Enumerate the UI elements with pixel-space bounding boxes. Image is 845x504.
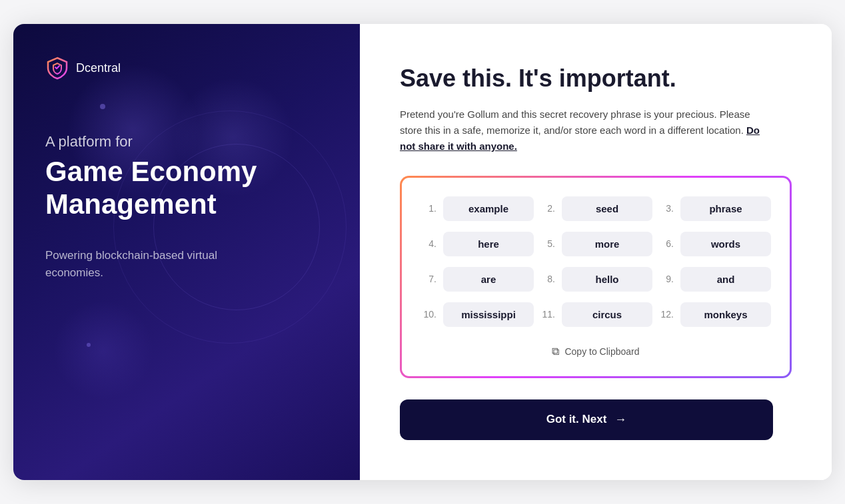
app-container: Dcentral A platform for Game Economy Man… [13,24,832,479]
seed-word: mississippi [443,302,534,327]
seed-number: 11. [539,309,555,320]
seed-word: hello [562,267,652,292]
seed-number: 8. [539,274,555,284]
seed-item: 4. here [421,232,534,256]
seed-item: 7. are [421,267,534,292]
seed-item: 2. seed [539,196,652,221]
seed-item: 10. mississippi [421,302,534,327]
seed-number: 6. [658,238,674,249]
logo-text: Dcentral [76,61,121,75]
tagline-sub: Powering blockchain-based virtual econom… [45,247,259,281]
seed-item: 11. circus [539,302,652,327]
seed-number: 1. [421,203,436,214]
left-content: A platform for Game Economy Management P… [45,133,328,281]
description: Pretend you're Gollum and this secret re… [400,107,773,154]
seed-number: 12. [658,309,674,320]
seed-item: 8. hello [539,267,652,292]
seed-number: 4. [421,238,436,249]
seed-number: 10. [421,309,436,320]
seed-word: words [680,232,771,256]
left-panel: Dcentral A platform for Game Economy Man… [13,24,360,479]
seed-item: 6. words [658,232,771,256]
seed-word: example [443,196,534,221]
seed-number: 7. [421,274,436,284]
seed-word: monkeys [680,302,771,327]
tagline-small: A platform for [45,133,328,150]
arrow-right-icon: → [614,413,626,427]
right-panel: Save this. It's important. Pretend you'r… [360,24,832,479]
copy-to-clipboard-button[interactable]: ⧉ Copy to Clipboard [421,340,771,363]
description-text: Pretend you're Gollum and this secret re… [400,109,750,136]
seed-number: 9. [658,274,674,284]
copy-icon: ⧉ [552,346,559,358]
seed-number: 5. [539,238,555,249]
seed-grid: 1. example 2. seed 3. phrase 4. here 5. … [421,196,771,327]
seed-item: 3. phrase [658,196,771,221]
seed-item: 9. and [658,267,771,292]
seed-phrase-box: 1. example 2. seed 3. phrase 4. here 5. … [400,176,792,378]
seed-number: 3. [658,203,674,214]
seed-item: 12. monkeys [658,302,771,327]
copy-label: Copy to Clipboard [564,346,639,357]
tagline-large: Game Economy Management [45,156,328,220]
seed-word: phrase [680,196,771,221]
logo-icon [45,56,69,80]
next-button[interactable]: Got it. Next → [400,399,773,440]
seed-word: here [443,232,534,256]
seed-item: 1. example [421,196,534,221]
seed-item: 5. more [539,232,652,256]
page-title: Save this. It's important. [400,64,792,93]
seed-word: circus [562,302,652,327]
seed-number: 2. [539,203,555,214]
seed-word: seed [562,196,652,221]
seed-word: are [443,267,534,292]
next-button-label: Got it. Next [546,413,607,426]
logo-area: Dcentral [45,56,328,80]
seed-word: and [680,267,771,292]
seed-word: more [562,232,652,256]
